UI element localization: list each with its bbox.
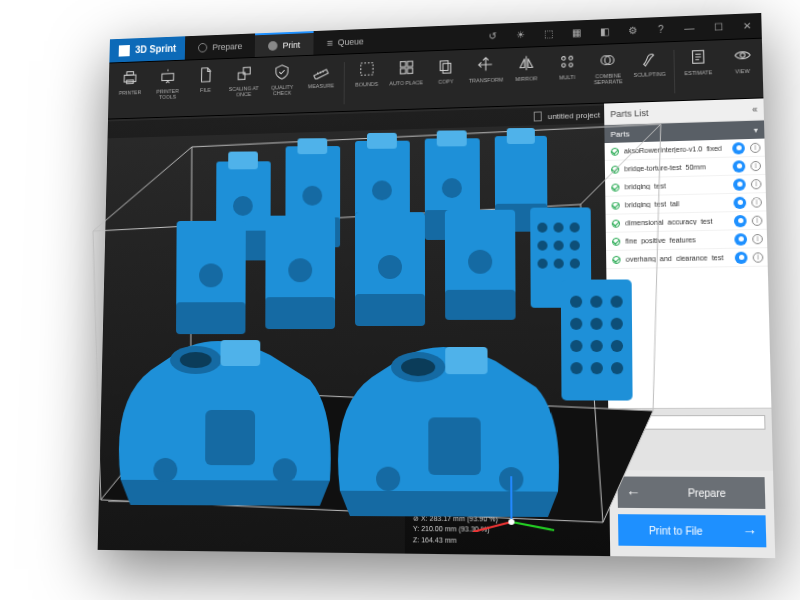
chevron-down-icon: ▾: [754, 125, 758, 134]
tool-transform[interactable]: TRANSFORM: [467, 52, 505, 85]
minimize-icon[interactable]: —: [675, 15, 704, 42]
tool-auto-place[interactable]: AUTO PLACE: [387, 55, 425, 88]
svg-point-21: [740, 53, 745, 58]
svg-line-27: [91, 231, 103, 500]
info-icon[interactable]: i: [750, 142, 761, 152]
mirror-icon: [516, 53, 536, 73]
tool-estimate[interactable]: ESTIMATE: [678, 44, 719, 78]
svg-point-95: [570, 340, 582, 352]
sculpting-icon: [639, 48, 660, 68]
svg-point-56: [199, 263, 223, 287]
svg-line-102: [511, 522, 554, 530]
visibility-icon[interactable]: [732, 142, 745, 154]
svg-rect-7: [361, 63, 373, 75]
tool-multi[interactable]: MULTI: [547, 49, 586, 83]
transform-icon: [476, 55, 496, 75]
tab-print[interactable]: Print: [255, 31, 313, 57]
svg-point-92: [570, 318, 582, 330]
tool-file[interactable]: FILE: [187, 63, 224, 95]
sys-display-icon[interactable]: ☀: [506, 22, 534, 48]
svg-point-62: [378, 255, 402, 279]
tool-combine[interactable]: COMBINE SEPARATE: [588, 48, 628, 88]
svg-rect-9: [407, 61, 412, 66]
svg-rect-55: [176, 302, 245, 334]
measure-icon: [311, 61, 330, 81]
svg-point-69: [570, 222, 580, 232]
svg-point-73: [538, 259, 548, 269]
multi-icon: [557, 52, 577, 72]
info-icon[interactable]: i: [752, 215, 763, 225]
visibility-icon[interactable]: [733, 196, 746, 208]
svg-point-80: [273, 458, 297, 482]
tab-prepare[interactable]: Prepare: [185, 33, 255, 59]
sys-view1-icon[interactable]: ⬚: [534, 21, 562, 47]
tool-view[interactable]: VIEW: [722, 43, 763, 77]
info-icon[interactable]: i: [753, 252, 764, 262]
tool-copy[interactable]: COPY: [427, 54, 465, 87]
toolbar-separator: [673, 50, 675, 93]
visibility-icon[interactable]: [733, 178, 746, 190]
tab-label: Queue: [338, 36, 364, 47]
scaling-icon: [234, 64, 253, 84]
svg-point-98: [570, 362, 582, 374]
svg-point-85: [376, 467, 400, 491]
svg-rect-6: [314, 69, 328, 79]
tool-label: MIRROR: [515, 75, 537, 82]
svg-line-26: [93, 147, 192, 231]
visibility-icon[interactable]: [734, 214, 747, 226]
tool-label: COMBINE SEPARATE: [589, 72, 628, 85]
collapse-icon[interactable]: »: [752, 104, 757, 114]
visibility-icon[interactable]: [733, 160, 746, 172]
info-icon[interactable]: i: [751, 197, 762, 207]
svg-rect-53: [507, 128, 535, 144]
estimate-icon: [688, 47, 709, 68]
svg-rect-87: [428, 417, 481, 475]
svg-point-90: [590, 296, 602, 308]
svg-point-71: [554, 241, 564, 251]
visibility-icon[interactable]: [734, 233, 747, 245]
tool-label: TRANSFORM: [469, 77, 503, 84]
arrow-right-icon: →: [734, 522, 767, 539]
svg-rect-11: [407, 68, 412, 73]
sys-view2-icon[interactable]: ▦: [562, 19, 590, 45]
tool-label: AUTO PLACE: [389, 79, 423, 86]
tool-label: SCULPTING: [633, 71, 665, 78]
svg-point-100: [611, 362, 623, 374]
svg-point-50: [442, 178, 462, 198]
tool-mirror[interactable]: MIRROR: [507, 51, 546, 84]
sys-undo-icon[interactable]: ↺: [479, 23, 507, 49]
info-icon[interactable]: i: [752, 233, 763, 243]
svg-point-16: [562, 63, 566, 67]
svg-rect-64: [445, 290, 516, 320]
help-icon[interactable]: ?: [646, 16, 675, 43]
tab-queue[interactable]: ≡ Queue: [313, 29, 377, 55]
app-logo-icon: [119, 45, 130, 57]
svg-point-104: [508, 519, 514, 525]
info-icon[interactable]: i: [750, 160, 761, 170]
svg-rect-13: [443, 63, 451, 73]
info-icon[interactable]: i: [751, 179, 762, 189]
maximize-icon[interactable]: ☐: [703, 14, 732, 41]
printer-icon: [121, 68, 140, 87]
svg-point-46: [372, 180, 392, 200]
settings-icon[interactable]: ⚙: [618, 17, 647, 44]
svg-point-79: [153, 458, 177, 482]
tool-bounds[interactable]: BOUNDS: [348, 57, 385, 90]
svg-rect-49: [437, 130, 467, 146]
queue-icon: ≡: [327, 36, 333, 48]
svg-point-97: [611, 340, 623, 352]
tool-measure[interactable]: MEASURE: [302, 59, 339, 92]
svg-point-91: [610, 296, 622, 308]
bounds-icon: [357, 59, 376, 79]
tool-sculpting[interactable]: SCULPTING: [629, 46, 669, 80]
close-icon[interactable]: ✕: [732, 12, 762, 39]
tab-label: Print: [283, 40, 301, 50]
combine-icon: [598, 50, 618, 70]
svg-rect-37: [228, 151, 258, 169]
svg-point-89: [570, 296, 582, 308]
svg-point-75: [570, 259, 580, 269]
view-icon: [732, 45, 753, 66]
sys-view3-icon[interactable]: ◧: [590, 18, 619, 44]
visibility-icon[interactable]: [735, 251, 748, 263]
svg-rect-1: [127, 72, 134, 76]
